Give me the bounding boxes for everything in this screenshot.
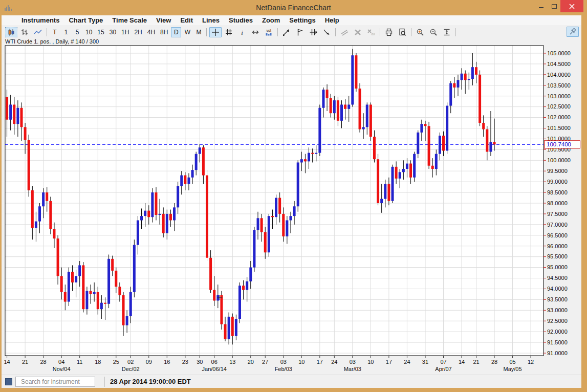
- grid-icon: [225, 28, 233, 36]
- svg-text:103.5000: 103.5000: [547, 82, 571, 89]
- horizontal-scroll-button[interactable]: [249, 27, 262, 37]
- timeframe-30-button[interactable]: 30: [107, 27, 118, 37]
- crosshair-button[interactable]: [209, 27, 222, 37]
- menu-chart-type[interactable]: Chart Type: [64, 15, 107, 26]
- timeframe-10-button[interactable]: 10: [83, 27, 94, 37]
- line-chart-button[interactable]: [32, 27, 44, 37]
- print-button[interactable]: [383, 27, 395, 37]
- menu-help[interactable]: Help: [320, 15, 344, 26]
- info-button[interactable]: i: [236, 27, 248, 37]
- trendline-button[interactable]: [280, 27, 293, 37]
- toolbar-separator: [47, 28, 47, 36]
- svg-text:31: 31: [422, 359, 428, 365]
- zoom-in-button[interactable]: [414, 27, 426, 37]
- flag-line-button[interactable]: [294, 27, 306, 37]
- svg-text:24: 24: [404, 359, 410, 365]
- svg-text:03: 03: [280, 359, 287, 365]
- chart-canvas[interactable]: 91.000091.500092.000092.500093.000093.50…: [2, 38, 581, 375]
- menu-instruments[interactable]: Instruments: [17, 15, 64, 26]
- timeframe-4h-button[interactable]: 4H: [145, 27, 157, 37]
- svg-text:30: 30: [197, 359, 203, 365]
- print-preview-icon: [398, 28, 406, 36]
- svg-text:vol: vol: [267, 28, 271, 32]
- svg-text:09: 09: [146, 359, 152, 365]
- volume-button[interactable]: vol: [263, 27, 275, 37]
- timeframe-15-button[interactable]: 15: [95, 27, 106, 37]
- svg-text:91.5000: 91.5000: [547, 339, 568, 345]
- timeframe-5-button[interactable]: 5: [72, 27, 82, 37]
- svg-text:93.5000: 93.5000: [547, 296, 568, 302]
- menu-lines[interactable]: Lines: [198, 15, 224, 26]
- svg-text:94.0000: 94.0000: [547, 286, 568, 292]
- svg-text:Mar/03: Mar/03: [344, 366, 361, 372]
- svg-text:99.5000: 99.5000: [547, 168, 568, 174]
- timeframe-8h-button[interactable]: 8H: [158, 27, 170, 37]
- svg-text:24: 24: [331, 359, 337, 365]
- toolbar: T151015301H2H4H8HDWMivolall: [2, 26, 581, 38]
- ray-arrow-button[interactable]: [320, 27, 333, 37]
- close-button[interactable]: [560, 0, 583, 12]
- timeframe-2h-button[interactable]: 2H: [132, 27, 144, 37]
- svg-text:92.5000: 92.5000: [547, 318, 568, 324]
- svg-text:14: 14: [4, 359, 10, 365]
- svg-text:25: 25: [113, 359, 119, 365]
- menu-edit[interactable]: Edit: [176, 15, 198, 26]
- svg-text:96.0000: 96.0000: [547, 243, 568, 249]
- svg-text:11: 11: [77, 359, 82, 365]
- print-preview-button[interactable]: [396, 27, 408, 37]
- toolbar-separator: [411, 28, 411, 36]
- svg-text:i: i: [242, 28, 244, 36]
- maximize-button[interactable]: [548, 0, 560, 12]
- svg-text:04: 04: [58, 359, 64, 365]
- fit-vertical-button[interactable]: [441, 27, 453, 37]
- menu-time-scale[interactable]: Time Scale: [107, 15, 151, 26]
- search-input[interactable]: [20, 378, 101, 386]
- svg-text:97.5000: 97.5000: [547, 211, 568, 217]
- fit-vertical-icon: [443, 28, 451, 36]
- zoom-out-button[interactable]: [427, 27, 440, 37]
- timeframe-d-button[interactable]: D: [171, 27, 181, 37]
- timeframe-w-button[interactable]: W: [182, 27, 192, 37]
- client-area: InstrumentsChart TypeTime ScaleViewEditL…: [2, 15, 581, 388]
- pin-button[interactable]: [567, 27, 579, 37]
- window-title: NetDania FinanceChart: [0, 0, 587, 15]
- instrument-list-icon[interactable]: [5, 378, 12, 385]
- svg-text:10: 10: [298, 359, 305, 365]
- timeframe-t-button[interactable]: T: [50, 27, 60, 37]
- svg-text:Nov/04: Nov/04: [53, 366, 71, 372]
- maximize-icon: [552, 4, 557, 9]
- horizontal-scroll-icon: [251, 28, 259, 36]
- menu-studies[interactable]: Studies: [224, 15, 257, 26]
- svg-text:20: 20: [248, 359, 254, 365]
- svg-text:28: 28: [491, 359, 497, 365]
- menu-view[interactable]: View: [151, 15, 176, 26]
- svg-text:13: 13: [229, 359, 235, 365]
- svg-text:97.0000: 97.0000: [547, 222, 568, 228]
- menu-settings[interactable]: Settings: [285, 15, 320, 26]
- title-bar[interactable]: NetDania FinanceChart: [0, 0, 587, 15]
- line-chart-icon: [34, 28, 42, 36]
- timeframe-1-button[interactable]: 1: [61, 27, 71, 37]
- minimize-button[interactable]: [535, 0, 548, 12]
- grid-button[interactable]: [223, 27, 235, 37]
- menu-zoom[interactable]: Zoom: [257, 15, 285, 26]
- menu-bar: InstrumentsChart TypeTime ScaleViewEditL…: [2, 15, 581, 26]
- svg-text:18: 18: [95, 359, 101, 365]
- timeframe-m-button[interactable]: M: [193, 27, 204, 37]
- parallel-channel-button[interactable]: [307, 27, 319, 37]
- candlestick-chart-button[interactable]: [5, 27, 17, 37]
- ohlc-bars-button[interactable]: [18, 27, 31, 37]
- svg-text:17: 17: [386, 359, 392, 365]
- delete-line-button[interactable]: [352, 27, 364, 37]
- svg-text:21: 21: [473, 359, 479, 365]
- svg-text:104.5000: 104.5000: [547, 61, 571, 67]
- search-box[interactable]: [15, 377, 95, 387]
- svg-text:101.5000: 101.5000: [547, 125, 571, 131]
- svg-text:Dec/02: Dec/02: [122, 366, 140, 372]
- svg-text:95.5000: 95.5000: [547, 253, 568, 259]
- svg-text:10: 10: [367, 359, 374, 365]
- delete-all-lines-button[interactable]: all: [365, 27, 377, 37]
- remove-line-button[interactable]: [338, 27, 351, 37]
- svg-text:96.5000: 96.5000: [547, 232, 568, 238]
- timeframe-1h-button[interactable]: 1H: [119, 27, 131, 37]
